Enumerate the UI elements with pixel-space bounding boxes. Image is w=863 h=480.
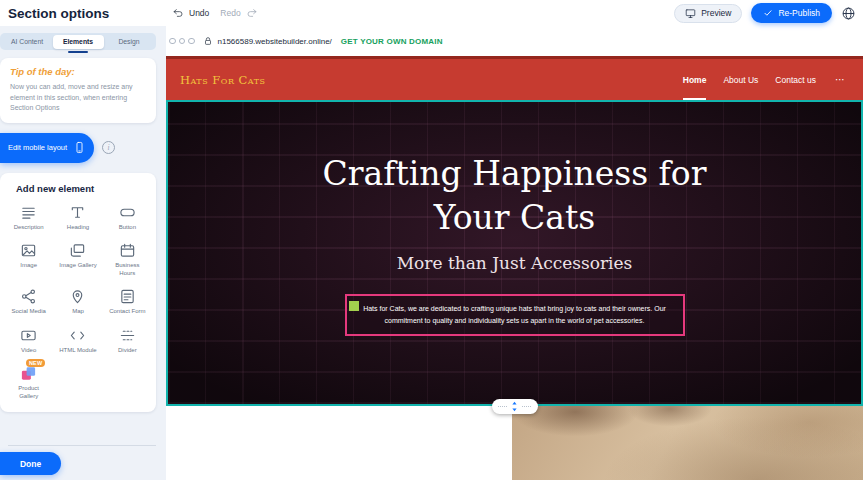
editor-canvas: n1566589.websitebuilder.online/ GET YOUR… [166, 26, 863, 480]
element-contact-form[interactable]: Contact Form [103, 288, 152, 316]
window-dot [179, 38, 186, 45]
nav-contact-us[interactable]: Contact us [775, 59, 816, 100]
add-element-panel: Add new element Description Heading Butt… [0, 173, 156, 413]
hero-text-element[interactable]: Hats for Cats, we are dedicated to craft… [345, 294, 685, 336]
lock-icon [203, 36, 213, 46]
element-grid: Description Heading Button Image [4, 204, 152, 401]
hero-subheading[interactable]: More than Just Accessories [397, 253, 633, 273]
page-title: Section options [8, 6, 109, 21]
contact-form-icon [119, 288, 136, 305]
sand-photo [512, 406, 863, 480]
social-media-icon [20, 288, 37, 305]
section-resize-handle[interactable] [492, 399, 538, 414]
history-controls: Undo Redo [172, 7, 258, 19]
video-icon [20, 327, 37, 344]
handle-dots [522, 406, 531, 407]
map-pin-icon [69, 288, 86, 305]
divider-icon [119, 327, 136, 344]
topbar-actions: Preview Re-Publish [674, 3, 856, 23]
hero-body-text: Hats for Cats, we are dedicated to craft… [360, 303, 670, 327]
site-header: Hats For Cats Home About Us Contact us ⋯ [166, 56, 863, 100]
republish-button[interactable]: Re-Publish [751, 3, 832, 23]
image-icon [20, 242, 37, 259]
undo-button[interactable]: Undo [189, 8, 209, 18]
element-heading[interactable]: Heading [53, 204, 102, 232]
new-badge: NEW [26, 359, 45, 367]
element-video[interactable]: Video [4, 327, 53, 355]
preview-button[interactable]: Preview [674, 4, 742, 23]
edit-mobile-layout-button[interactable]: Edit mobile layout [0, 133, 94, 163]
element-resize-handle[interactable] [349, 301, 359, 311]
tab-elements[interactable]: Elements [53, 35, 104, 49]
site-preview: Hats For Cats Home About Us Contact us ⋯… [166, 56, 863, 480]
hero-section-selected[interactable]: Crafting Happiness for Your Cats More th… [166, 100, 863, 406]
undo-icon[interactable] [172, 7, 184, 19]
republish-label: Re-Publish [778, 8, 820, 18]
top-toolbar: Section options Undo Redo Preview Re-Pub… [0, 0, 863, 26]
image-gallery-icon [69, 242, 86, 259]
redo-icon[interactable] [246, 7, 258, 19]
preview-label: Preview [701, 8, 731, 18]
tab-design[interactable]: Design [104, 35, 155, 49]
get-domain-link[interactable]: GET YOUR OWN DOMAIN [341, 37, 443, 46]
heading-icon [69, 204, 86, 221]
hero-heading[interactable]: Crafting Happiness for Your Cats [300, 152, 730, 239]
site-nav: Home About Us Contact us ⋯ [683, 59, 845, 100]
tip-card: Tip of the day: Now you can add, move an… [0, 58, 156, 123]
tip-title: Tip of the day: [10, 66, 146, 77]
tip-body: Now you can add, move and resize any ele… [10, 82, 146, 114]
sidebar: AI Content Elements Design Tip of the da… [0, 26, 166, 480]
phone-icon [73, 141, 86, 154]
edit-mobile-layout-label: Edit mobile layout [8, 143, 67, 152]
browser-bar: n1566589.websitebuilder.online/ GET YOUR… [166, 26, 863, 56]
check-icon [763, 8, 773, 18]
tab-ai-content[interactable]: AI Content [2, 35, 53, 49]
window-controls [169, 38, 195, 45]
product-gallery-icon [20, 365, 37, 382]
business-hours-icon [119, 242, 136, 259]
nav-home[interactable]: Home [683, 59, 707, 100]
element-divider[interactable]: Divider [103, 327, 152, 355]
html-module-icon [69, 327, 86, 344]
sidebar-tabs: AI Content Elements Design [0, 33, 156, 50]
next-section-content [166, 406, 512, 480]
monitor-icon [685, 8, 696, 19]
add-element-title: Add new element [16, 183, 152, 194]
element-image-gallery[interactable]: Image Gallery [53, 242, 102, 277]
element-image[interactable]: Image [4, 242, 53, 277]
sidebar-divider [8, 445, 156, 446]
done-button[interactable]: Done [0, 452, 61, 475]
resize-arrows-icon [511, 400, 518, 413]
info-icon[interactable]: i [102, 141, 115, 154]
site-logo[interactable]: Hats For Cats [180, 73, 266, 87]
language-globe-icon[interactable] [841, 6, 856, 21]
handle-dots [498, 406, 507, 407]
window-dot [188, 38, 195, 45]
nav-about-us[interactable]: About Us [723, 59, 758, 100]
element-description[interactable]: Description [4, 204, 53, 232]
element-button[interactable]: Button [103, 204, 152, 232]
element-business-hours[interactable]: Business Hours [103, 242, 152, 277]
element-map[interactable]: Map [53, 288, 102, 316]
element-social-media[interactable]: Social Media [4, 288, 53, 316]
description-icon [20, 204, 37, 221]
mobile-layout-row: Edit mobile layout i [0, 133, 166, 163]
nav-more-menu[interactable]: ⋯ [835, 59, 845, 100]
element-product-gallery[interactable]: NEW Product Gallery [4, 365, 53, 400]
element-html-module[interactable]: HTML Module [53, 327, 102, 355]
button-icon [119, 204, 136, 221]
window-dot [169, 38, 176, 45]
site-url[interactable]: n1566589.websitebuilder.online/ [218, 37, 332, 46]
redo-button[interactable]: Redo [220, 8, 240, 18]
next-section[interactable] [166, 406, 863, 480]
